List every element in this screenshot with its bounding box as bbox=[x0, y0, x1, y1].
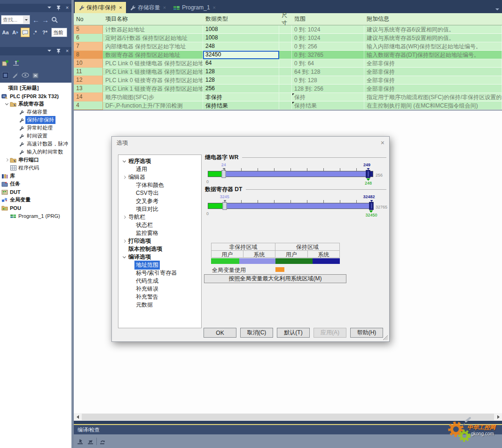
dt-end-handle[interactable] bbox=[369, 202, 373, 210]
tree-item[interactable]: 异常时处理 bbox=[0, 124, 71, 132]
cell[interactable]: 全部非保持 bbox=[364, 68, 502, 76]
table-row[interactable]: 8数据寄存器 保持型区起始地址324500 到: 32765输入数据寄存器(DT… bbox=[74, 51, 502, 59]
chevron-right-icon[interactable] bbox=[121, 176, 127, 178]
cell[interactable]: 7 bbox=[74, 42, 103, 51]
cell[interactable]: 内部继电器 保持型区起始字地址 bbox=[103, 42, 203, 51]
cell[interactable]: 数据寄存器 保持型区起始地址 bbox=[103, 51, 203, 59]
cell[interactable]: 5 bbox=[74, 25, 103, 34]
cell[interactable] bbox=[279, 34, 292, 42]
table-row[interactable]: 13PLC Link 1 链接寄存器 保持型区起始地址256128 到: 256… bbox=[74, 85, 502, 93]
cell[interactable]: 保持 bbox=[292, 93, 364, 101]
cell[interactable]: 1008 bbox=[203, 25, 279, 34]
pin-icon[interactable] bbox=[55, 5, 61, 10]
help-button[interactable]: 帮助(H) bbox=[350, 328, 383, 338]
table-row[interactable]: 11PLC Link 1 链接继电器 保持型区起始地址12864 到: 128全… bbox=[74, 68, 502, 76]
cell[interactable] bbox=[279, 76, 292, 85]
cell[interactable]: 0 到: 32765 bbox=[292, 51, 364, 59]
comment-search-button[interactable] bbox=[21, 28, 30, 37]
search-scope-select[interactable]: 当前 bbox=[51, 28, 67, 37]
tree-item[interactable]: PLC (FP0R 32k T32) bbox=[0, 92, 71, 100]
close-icon[interactable]: × bbox=[119, 5, 122, 10]
cell[interactable]: 定时器/计数器 保持型区起始地址 bbox=[103, 34, 203, 42]
tree-item[interactable]: 系统寄存器 bbox=[0, 100, 71, 108]
cell[interactable]: 顺序功能图(SFC)步 bbox=[103, 93, 203, 101]
cell[interactable]: 12 bbox=[74, 76, 103, 85]
regex-q-button[interactable]: ?* bbox=[40, 28, 49, 37]
cell[interactable]: 64 bbox=[203, 59, 279, 68]
goto-error-icon[interactable] bbox=[99, 438, 107, 445]
cell[interactable]: 计数器起始地址 bbox=[103, 25, 203, 34]
tree-item[interactable]: 输入的时间常数 bbox=[0, 148, 71, 156]
back-icon[interactable]: ← bbox=[32, 16, 39, 23]
table-row[interactable]: 5计数器起始地址10080 到: 1024建议与系统寄存器6设置相同的值。 bbox=[74, 25, 502, 34]
tree-item[interactable]: *任务 bbox=[0, 180, 71, 188]
cell[interactable]: 指定用于顺序功能流程图(SFC)的保持/非保持区设置的步 bbox=[364, 93, 502, 101]
cell[interactable]: 128 bbox=[203, 76, 279, 85]
default-button[interactable]: 默认(T) bbox=[277, 328, 310, 338]
chevron-right-icon[interactable] bbox=[121, 216, 127, 218]
search-input[interactable] bbox=[1, 15, 30, 24]
dialog-titlebar[interactable]: 选项 × bbox=[112, 137, 389, 149]
options-tree-item[interactable]: 版本控制选项 bbox=[118, 245, 201, 253]
cell[interactable] bbox=[279, 42, 292, 51]
wr-end-handle[interactable] bbox=[366, 170, 370, 178]
table-row[interactable]: 10PLC Link 0 链接继电器 保持型区起始地址640 到: 64全部非保… bbox=[74, 59, 502, 68]
cell[interactable]: PLC Link 0 链接寄存器 保持型区起始地址 bbox=[103, 76, 203, 85]
cell[interactable]: 0 到: 128 bbox=[292, 76, 364, 85]
options-tree-item[interactable]: 编译选项 bbox=[118, 253, 201, 261]
cell[interactable]: 256 bbox=[203, 85, 279, 93]
wr-start-handle[interactable] bbox=[221, 170, 226, 178]
regex-dot-button[interactable]: .* bbox=[31, 28, 39, 37]
cell[interactable]: 1008 bbox=[203, 34, 279, 42]
options-tree-item[interactable]: 代码生成 bbox=[118, 277, 201, 285]
scrollbar-thumb[interactable] bbox=[82, 414, 494, 420]
cell[interactable]: PLC Link 1 链接继电器 保持型区起始地址 bbox=[103, 68, 203, 76]
cell[interactable]: 32450 bbox=[203, 51, 279, 59]
match-word-button[interactable]: A bbox=[11, 28, 20, 37]
chevron-down-icon[interactable] bbox=[23, 16, 29, 23]
tree-item[interactable]: 高速计数器，脉冲 bbox=[0, 140, 71, 148]
match-case-button[interactable]: Aa bbox=[1, 28, 10, 37]
dt-slider[interactable]: 0 32765 3245 32482 32450 bbox=[208, 203, 373, 209]
tree-item[interactable]: 程序代码 bbox=[0, 164, 71, 172]
ok-button[interactable]: OK bbox=[204, 328, 236, 338]
options-tree-item[interactable]: 编辑器 bbox=[118, 173, 201, 181]
options-tree-item[interactable]: CSV导出 bbox=[118, 189, 201, 197]
options-tree-item[interactable]: 状态栏 bbox=[118, 221, 201, 229]
chevron-down-icon[interactable] bbox=[121, 161, 127, 162]
cell[interactable]: 0 到: 256 bbox=[292, 42, 364, 51]
scroll-left-icon[interactable] bbox=[74, 413, 81, 421]
scroll-right-icon[interactable] bbox=[494, 413, 502, 421]
tree-item[interactable]: 时间设置 bbox=[0, 132, 71, 140]
resize-grip-icon[interactable] bbox=[383, 335, 388, 340]
options-tree-item[interactable]: 交叉参考 bbox=[118, 197, 201, 205]
cell[interactable]: 0 到: 64 bbox=[292, 59, 364, 68]
cell[interactable]: 建议与系统寄存器6设置相同的值。 bbox=[364, 25, 502, 34]
forward-icon[interactable]: → bbox=[42, 16, 49, 23]
options-tree-item[interactable]: 补充错误 bbox=[118, 285, 201, 293]
navigate-icon[interactable] bbox=[2, 72, 9, 79]
cell[interactable]: PLC Link 0 链接继电器 保持型区起始地址 bbox=[103, 59, 203, 68]
chevron-down-icon[interactable] bbox=[4, 104, 9, 105]
options-tree-item[interactable]: 标号/索引寄存器 bbox=[118, 269, 201, 277]
tree-item[interactable]: 保持/非保持 bbox=[0, 116, 71, 124]
chevron-right-icon[interactable] bbox=[121, 240, 127, 242]
cell[interactable]: 0 到: 1024 bbox=[292, 25, 364, 34]
cell[interactable] bbox=[279, 59, 292, 68]
tree-item[interactable]: POU bbox=[0, 204, 71, 212]
cell[interactable]: 建议与系统寄存器5设置相同的值。 bbox=[364, 34, 502, 42]
cell[interactable] bbox=[279, 68, 292, 76]
cell[interactable]: 全部非保持 bbox=[364, 85, 502, 93]
cell[interactable]: 0 到: 1024 bbox=[292, 34, 364, 42]
options-tree-item[interactable]: 字体和颜色 bbox=[118, 181, 201, 189]
chevron-down-icon[interactable] bbox=[495, 4, 499, 12]
cell[interactable]: 64 到: 128 bbox=[292, 68, 364, 76]
maximize-system-area-button[interactable]: 按照全局变量最大化利用系统区域(M) bbox=[204, 274, 346, 283]
close-icon[interactable]: × bbox=[213, 5, 216, 10]
tab-program-1[interactable]: Program_1 × bbox=[170, 2, 220, 13]
options-tree-item[interactable]: 补充警告 bbox=[118, 293, 201, 301]
cancel-button[interactable]: 取消(C) bbox=[240, 328, 273, 338]
prev-message-icon[interactable] bbox=[77, 438, 84, 445]
close-window-icon[interactable] bbox=[32, 72, 39, 79]
add-item-icon[interactable] bbox=[2, 59, 9, 67]
